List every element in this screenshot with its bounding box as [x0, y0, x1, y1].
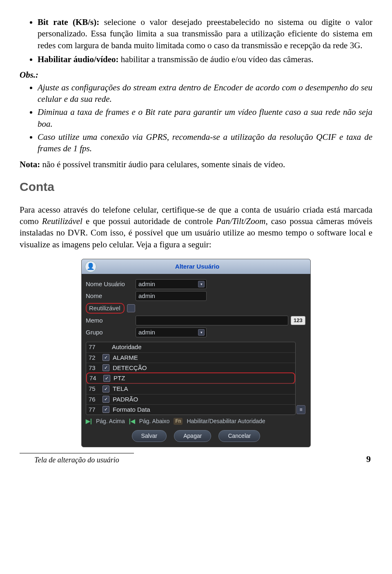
- authority-number: 77: [89, 343, 102, 351]
- term-text: habilitar a transmissão de áudio e/ou ví…: [119, 54, 314, 64]
- figure-caption: Tela de alteração do usuário: [20, 453, 134, 465]
- dialog-title: Alterar Usuário: [100, 262, 307, 271]
- label-group: Grupo: [86, 328, 136, 336]
- chevron-down-icon[interactable]: ▾: [198, 329, 205, 336]
- authority-label: ALARME: [113, 354, 293, 362]
- name-field[interactable]: admin: [136, 291, 207, 301]
- authority-row[interactable]: 73✓DETECÇÃO: [86, 363, 295, 373]
- authority-label: PADRÃO: [113, 395, 293, 404]
- list-item: Caso utilize uma conexão via GPRS, recom…: [38, 131, 372, 155]
- authority-label: DETECÇÃO: [113, 364, 293, 372]
- authority-number: 76: [89, 395, 102, 404]
- label-username: Nome Usuário: [86, 280, 136, 288]
- delete-button[interactable]: Apagar: [174, 430, 211, 442]
- label-name: Nome: [86, 292, 136, 300]
- note-label: Nota:: [20, 159, 40, 169]
- authority-label: PTZ: [114, 374, 292, 382]
- authority-checkbox[interactable]: ✓: [102, 406, 109, 413]
- edit-user-dialog: 👤 Alterar Usuário Nome Usuário admin ▾ N…: [81, 259, 311, 447]
- conta-paragraph: Para acesso através do telefone celular,…: [20, 204, 372, 250]
- input-mode-badge[interactable]: 123: [291, 316, 305, 325]
- page-number: 9: [366, 453, 372, 465]
- page-down-icon: |◀: [129, 417, 135, 425]
- reusable-checkbox[interactable]: [127, 304, 135, 312]
- save-button[interactable]: Salvar: [132, 430, 167, 442]
- chevron-down-icon[interactable]: ▾: [198, 281, 205, 287]
- page-up-icon: ▶|: [86, 417, 92, 425]
- authority-list: 77Autoridade72✓ALARME73✓DETECÇÃO74✓PTZ75…: [86, 342, 296, 415]
- authority-row[interactable]: 77Autoridade: [86, 342, 295, 352]
- list-item: Habilitar áudio/vídeo: habilitar a trans…: [38, 54, 372, 65]
- username-dropdown[interactable]: admin ▾: [136, 279, 207, 289]
- authority-row[interactable]: 77✓Formato Data: [86, 404, 295, 415]
- authority-number: 74: [89, 374, 103, 382]
- list-item: Bit rate (KB/s): selecione o valor desej…: [38, 16, 372, 51]
- dialog-title-bar: 👤 Alterar Usuário: [82, 259, 310, 274]
- list-item: Diminua a taxa de frames e o Bit rate pa…: [38, 106, 372, 130]
- authority-row[interactable]: 75✓TELA: [86, 383, 295, 394]
- authority-number: 72: [89, 354, 102, 362]
- authority-checkbox[interactable]: ✓: [103, 375, 110, 382]
- obs-list: Ajuste as configurações do stream extra …: [20, 82, 372, 155]
- obs-heading: Obs.:: [20, 69, 372, 81]
- term-label: Habilitar áudio/vídeo:: [38, 54, 119, 64]
- authority-checkbox[interactable]: ✓: [102, 396, 109, 403]
- authority-row[interactable]: 72✓ALARME: [86, 352, 295, 363]
- group-dropdown[interactable]: admin ▾: [136, 327, 207, 337]
- authority-label: Formato Data: [113, 406, 293, 414]
- authority-checkbox[interactable]: ✓: [102, 364, 109, 371]
- note-text: não é possível transmitir áudio para cel…: [40, 159, 285, 169]
- authority-number: 75: [89, 385, 102, 393]
- scroll-handle-icon[interactable]: ≡: [296, 405, 305, 414]
- reusable-highlight: Reutilizável: [86, 303, 125, 314]
- dialog-nav-hints: ▶| Pág. Acima |◀ Pág. Abaixo Fn Habilita…: [86, 417, 306, 425]
- authority-checkbox[interactable]: ✓: [102, 386, 109, 392]
- authority-row[interactable]: 76✓PADRÃO: [86, 394, 295, 404]
- authority-row[interactable]: 74✓PTZ: [86, 372, 295, 384]
- cancel-button[interactable]: Cancelar: [218, 430, 260, 442]
- label-memo: Memo: [86, 316, 136, 325]
- fn-key-icon: Fn: [174, 418, 183, 424]
- term-label: Bit rate (KB/s):: [38, 17, 99, 27]
- section-heading-conta: Conta: [20, 179, 372, 195]
- authority-label: TELA: [113, 385, 293, 393]
- label-reusable: Reutilizável: [89, 304, 120, 312]
- authority-label: Autoridade: [112, 343, 293, 351]
- definition-list: Bit rate (KB/s): selecione o valor desej…: [20, 16, 372, 65]
- user-icon: 👤: [85, 261, 96, 272]
- authority-checkbox[interactable]: ✓: [102, 354, 109, 361]
- authority-scrollbar[interactable]: ≡: [296, 339, 306, 415]
- list-item: Ajuste as configurações do stream extra …: [38, 82, 372, 105]
- note: Nota: não é possível transmitir áudio pa…: [20, 159, 372, 170]
- authority-number: 73: [89, 364, 102, 372]
- authority-number: 77: [89, 406, 102, 414]
- memo-field[interactable]: [136, 316, 288, 325]
